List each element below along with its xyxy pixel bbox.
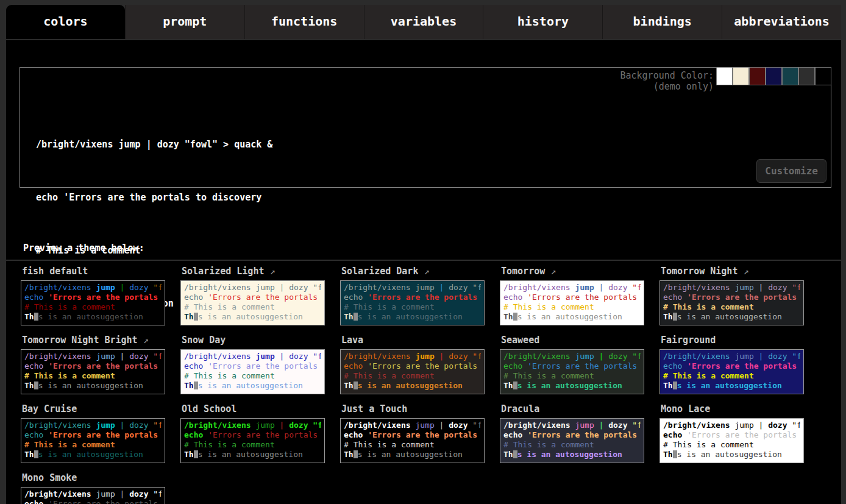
theme-preview[interactable]: /bright/vixens jump | dozy "fowl"echo 'E… [340,349,485,394]
theme-card: fish default/bright/vixens jump | dozy "… [21,264,165,325]
theme-name[interactable]: Just a Touch [341,403,485,414]
theme-line-error: echo 'Errors are the portals to discover… [344,293,481,302]
theme-line-command: /bright/vixens jump | dozy "fowl" [24,352,162,361]
theme-preview[interactable]: /bright/vixens jump | dozy "fowl"echo 'E… [180,418,325,463]
background-swatch-5[interactable] [798,67,815,85]
theme-preview-box: Background Color: (demo only) /bright/vi… [20,67,831,188]
theme-preview[interactable]: /bright/vixens jump | dozy "fowl"echo 'E… [500,418,644,463]
tab-colors[interactable]: colors [6,5,125,39]
background-swatch-1[interactable] [733,67,749,85]
theme-preview[interactable]: /bright/vixens jump | dozy "fowl"echo 'E… [659,418,804,463]
theme-name[interactable]: Dracula [501,403,644,414]
theme-card: Mono Smoke/bright/vixens jump | dozy "fo… [21,471,165,504]
theme-line-comment: # This is a comment [184,371,321,381]
background-color-swatches [716,67,831,85]
theme-line-error: echo 'Errors are the portals to discover… [663,361,800,371]
theme-cursor [194,313,198,321]
theme-name[interactable]: fish default [22,266,165,277]
theme-line-error: echo 'Errors are the portals to discover… [663,293,800,302]
theme-line-autosuggestion: Ths is an autosuggestion [663,450,800,460]
theme-preview[interactable]: /bright/vixens jump | dozy "fowl"echo 'E… [659,280,804,325]
theme-preview[interactable]: /bright/vixens jump | dozy "fowl"echo 'E… [340,418,485,463]
sample-line-command: /bright/vixens jump | dozy "fowl" > quac… [36,136,272,154]
theme-line-command: /bright/vixens jump | dozy "fowl" [344,352,481,361]
theme-preview[interactable]: /bright/vixens jump | dozy "fowl"echo 'E… [500,349,644,394]
theme-line-command: /bright/vixens jump | dozy "fowl" [503,283,641,293]
theme-preview[interactable]: /bright/vixens jump | dozy "fowl"echo 'E… [180,280,325,325]
theme-line-error: echo 'Errors are the portals to discover… [344,430,481,440]
theme-cursor [513,313,517,321]
theme-line-command: /bright/vixens jump | dozy "fowl" [184,421,321,430]
tab-prompt[interactable]: prompt [125,5,244,39]
theme-preview[interactable]: /bright/vixens jump | dozy "fowl"echo 'E… [500,280,644,325]
theme-card: Just a Touch/bright/vixens jump | dozy "… [340,402,485,463]
theme-preview[interactable]: /bright/vixens jump | dozy "fowl"echo 'E… [180,349,325,394]
theme-grid: fish default/bright/vixens jump | dozy "… [21,264,837,504]
theme-line-comment: # This is a comment [344,440,481,450]
theme-preview[interactable]: /bright/vixens jump | dozy "fowl"echo 'E… [340,280,485,325]
external-link-icon[interactable]: ↗ [143,335,149,346]
theme-line-autosuggestion: Ths is an autosuggestion [344,312,481,322]
theme-name[interactable]: Solarized Light ↗ [182,266,325,277]
section-divider [6,260,841,261]
external-link-icon[interactable]: ↗ [743,266,748,277]
tab-abbreviations[interactable]: abbreviations [722,5,841,39]
tab-functions[interactable]: functions [244,5,364,39]
theme-name[interactable]: Tomorrow Night ↗ [661,266,804,277]
theme-line-comment: # This is a comment [503,440,641,450]
theme-line-command: /bright/vixens jump | dozy "fowl" [344,283,481,293]
tab-variables[interactable]: variables [364,5,483,39]
theme-card: Old School/bright/vixens jump | dozy "fo… [180,402,325,463]
theme-card: Bay Cruise/bright/vixens jump | dozy "fo… [21,402,165,463]
theme-line-command: /bright/vixens jump | dozy "fowl" [663,283,800,293]
theme-preview[interactable]: /bright/vixens jump | dozy "fowl"echo 'E… [659,349,804,394]
theme-line-autosuggestion: Ths is an autosuggestion [344,450,481,460]
theme-preview[interactable]: /bright/vixens jump | dozy "fowl"echo 'E… [21,487,165,504]
theme-name[interactable]: Tomorrow Night Bright ↗ [22,335,165,346]
theme-name[interactable]: Mono Lace [661,403,804,414]
theme-line-autosuggestion: Ths is an autosuggestion [663,381,800,391]
background-swatch-4[interactable] [782,67,798,85]
background-color-label-line1: Background Color: [620,70,714,81]
background-swatch-0[interactable] [716,67,733,85]
background-swatch-6[interactable] [815,67,831,85]
theme-line-comment: # This is a comment [663,371,800,381]
theme-name[interactable]: Bay Cruise [22,403,165,414]
theme-name[interactable]: Mono Smoke [22,472,165,483]
theme-card: Seaweed/bright/vixens jump | dozy "fowl"… [500,333,644,394]
theme-name[interactable]: Snow Day [182,335,325,346]
theme-preview[interactable]: /bright/vixens jump | dozy "fowl"echo 'E… [21,349,165,394]
theme-name[interactable]: Lava [341,335,485,346]
theme-line-comment: # This is a comment [663,302,800,312]
theme-name[interactable]: Tomorrow ↗ [501,266,644,277]
external-link-icon[interactable]: ↗ [550,266,556,277]
theme-line-error: echo 'Errors are the portals to discover… [24,293,162,302]
theme-line-command: /bright/vixens jump | dozy "fowl" [503,421,641,430]
theme-card: Tomorrow Night ↗/bright/vixens jump | do… [659,264,804,325]
theme-line-autosuggestion: Ths is an autosuggestion [24,312,162,322]
external-link-icon[interactable]: ↗ [424,266,429,277]
external-link-icon[interactable]: ↗ [270,266,275,277]
theme-name[interactable]: Fairground [661,335,804,346]
background-swatch-2[interactable] [749,67,766,85]
theme-line-autosuggestion: Ths is an autosuggestion [503,312,641,322]
theme-line-comment: # This is a comment [184,440,321,450]
theme-preview[interactable]: /bright/vixens jump | dozy "fowl"echo 'E… [21,280,165,325]
theme-line-comment: # This is a comment [663,440,800,450]
theme-card: Snow Day/bright/vixens jump | dozy "fowl… [180,333,325,394]
theme-line-error: echo 'Errors are the portals to discover… [344,361,481,371]
tab-bar: colorspromptfunctionsvariableshistorybin… [6,0,841,39]
theme-line-autosuggestion: Ths is an autosuggestion [24,381,162,391]
theme-cursor [194,382,198,389]
tab-history[interactable]: history [483,5,602,39]
customize-button[interactable]: Customize [756,159,826,183]
theme-card: Solarized Light ↗/bright/vixens jump | d… [180,264,325,325]
theme-name[interactable]: Seaweed [501,335,644,346]
theme-name[interactable]: Solarized Dark ↗ [341,266,485,277]
background-swatch-3[interactable] [766,67,782,85]
theme-line-command: /bright/vixens jump | dozy "fowl" [24,283,162,293]
theme-preview[interactable]: /bright/vixens jump | dozy "fowl"echo 'E… [21,418,165,463]
theme-name[interactable]: Old School [182,403,325,414]
theme-line-autosuggestion: Ths is an autosuggestion [503,450,641,460]
tab-bindings[interactable]: bindings [602,5,722,39]
